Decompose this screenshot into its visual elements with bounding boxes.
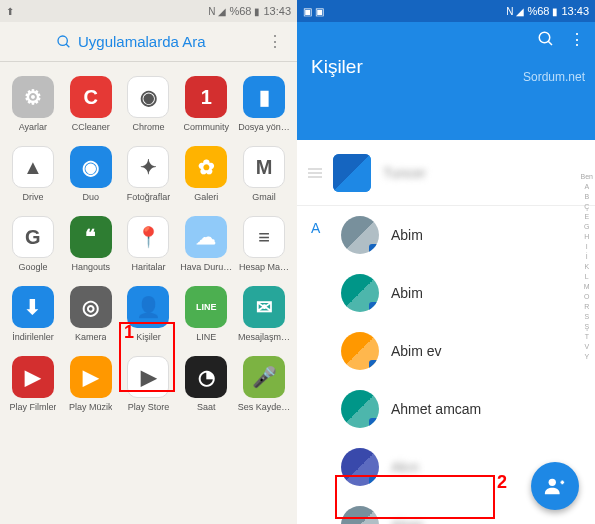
search-icon bbox=[56, 34, 72, 50]
app-playfilmler[interactable]: ▶Play Filmler bbox=[4, 350, 62, 420]
add-contact-fab[interactable] bbox=[531, 462, 579, 510]
index-letter[interactable]: H bbox=[581, 232, 593, 242]
app-kamera[interactable]: ◎Kamera bbox=[62, 280, 120, 350]
index-letter[interactable]: E bbox=[581, 212, 593, 222]
index-letter[interactable]: O bbox=[581, 292, 593, 302]
app-label: Kamera bbox=[75, 332, 107, 342]
app-ccleaner[interactable]: CCCleaner bbox=[62, 70, 120, 140]
app-google[interactable]: GGoogle bbox=[4, 210, 62, 280]
index-letter[interactable]: R bbox=[581, 302, 593, 312]
contact-row[interactable]: GAbim bbox=[297, 264, 595, 322]
pic-icon: ▣ bbox=[303, 6, 312, 17]
overflow-icon[interactable]: ⋮ bbox=[263, 32, 287, 51]
notif-icon: ⬆ bbox=[6, 6, 14, 17]
app-indirilenler[interactable]: ⬇İndirilenler bbox=[4, 280, 62, 350]
index-letter[interactable]: Y bbox=[581, 352, 593, 362]
app-fotoraflar[interactable]: ✦Fotoğraflar bbox=[120, 140, 178, 210]
alpha-index[interactable]: BenABÇEGHIİKLMORSŞTVY bbox=[581, 172, 593, 362]
app-haritalar[interactable]: 📍Haritalar bbox=[120, 210, 178, 280]
app-label: Drive bbox=[22, 192, 43, 202]
app-havaduru[interactable]: ☁Hava Duru… bbox=[177, 210, 235, 280]
app-hesapma[interactable]: ≡Hesap Ma… bbox=[235, 210, 293, 280]
app-label: Google bbox=[18, 262, 47, 272]
app-duo[interactable]: ◉Duo bbox=[62, 140, 120, 210]
app-icon: ≡ bbox=[243, 216, 285, 258]
contact-row[interactable]: GAhmet amcam bbox=[297, 380, 595, 438]
overflow-icon[interactable]: ⋮ bbox=[569, 30, 585, 49]
signal-icon: ◢ bbox=[516, 6, 524, 17]
app-label: Saat bbox=[197, 402, 216, 412]
app-icon: ✿ bbox=[185, 146, 227, 188]
drag-icon bbox=[297, 168, 333, 178]
contacts-screen: ▣ ▣ N ◢ %68 ▮ 13:43 ⋮ Kişiler Sordum.net… bbox=[297, 0, 595, 524]
index-letter[interactable]: B bbox=[581, 192, 593, 202]
contact-avatar: G bbox=[341, 506, 379, 524]
watermark: Sordum.net bbox=[523, 70, 585, 84]
profile-name: Tuncer bbox=[383, 165, 426, 181]
svg-point-0 bbox=[58, 36, 67, 45]
app-mesajlam[interactable]: ✉Mesajlaşm… bbox=[235, 280, 293, 350]
annotation-num-2: 2 bbox=[497, 472, 507, 493]
search-bar[interactable]: Uygulamalarda Ara ⋮ bbox=[0, 22, 297, 62]
app-chrome[interactable]: ◉Chrome bbox=[120, 70, 178, 140]
contact-avatar: G bbox=[341, 390, 379, 428]
app-saat[interactable]: ◔Saat bbox=[177, 350, 235, 420]
index-letter[interactable]: Ben bbox=[581, 172, 593, 182]
app-label: Kişiler bbox=[136, 332, 161, 342]
app-icon: ◉ bbox=[70, 146, 112, 188]
app-label: Ayarlar bbox=[19, 122, 47, 132]
app-line[interactable]: LINELINE bbox=[177, 280, 235, 350]
app-drive[interactable]: ▲Drive bbox=[4, 140, 62, 210]
app-icon: 🎤 bbox=[243, 356, 285, 398]
app-label: Gmail bbox=[252, 192, 276, 202]
app-icon: ◉ bbox=[127, 76, 169, 118]
index-letter[interactable]: M bbox=[581, 282, 593, 292]
index-letter[interactable]: T bbox=[581, 332, 593, 342]
app-label: Fotoğraflar bbox=[127, 192, 171, 202]
index-letter[interactable]: Ş bbox=[581, 322, 593, 332]
app-label: Hesap Ma… bbox=[239, 262, 289, 272]
index-letter[interactable]: K bbox=[581, 262, 593, 272]
index-letter[interactable]: I bbox=[581, 242, 593, 252]
svg-line-1 bbox=[66, 44, 69, 47]
app-dosyayn[interactable]: ▮Dosya yön… bbox=[235, 70, 293, 140]
profile-avatar bbox=[333, 154, 371, 192]
app-hangouts[interactable]: ❝Hangouts bbox=[62, 210, 120, 280]
app-playmzik[interactable]: ▶Play Müzik bbox=[62, 350, 120, 420]
app-grid: ⚙AyarlarCCCleaner◉Chrome1Community▮Dosya… bbox=[0, 62, 297, 420]
contact-avatar: G bbox=[341, 448, 379, 486]
index-letter[interactable]: G bbox=[581, 222, 593, 232]
index-letter[interactable]: L bbox=[581, 272, 593, 282]
profile-row[interactable]: Tuncer bbox=[297, 140, 595, 206]
app-icon: M bbox=[243, 146, 285, 188]
contact-name: Alper bbox=[391, 517, 424, 524]
app-gmail[interactable]: MGmail bbox=[235, 140, 293, 210]
contact-row[interactable]: AGAbim bbox=[297, 206, 595, 264]
index-letter[interactable]: İ bbox=[581, 252, 593, 262]
app-icon: LINE bbox=[185, 286, 227, 328]
status-bar: ▣ ▣ N ◢ %68 ▮ 13:43 bbox=[297, 0, 595, 22]
app-galeri[interactable]: ✿Galeri bbox=[177, 140, 235, 210]
index-letter[interactable]: Ç bbox=[581, 202, 593, 212]
contact-name: Ahmet amcam bbox=[391, 401, 481, 417]
index-letter[interactable]: V bbox=[581, 342, 593, 352]
contacts-header: ⋮ Kişiler Sordum.net bbox=[297, 22, 595, 140]
app-playstore[interactable]: ▶Play Store bbox=[120, 350, 178, 420]
app-community[interactable]: 1Community bbox=[177, 70, 235, 140]
app-ayarlar[interactable]: ⚙Ayarlar bbox=[4, 70, 62, 140]
app-label: Duo bbox=[82, 192, 99, 202]
app-label: Ses Kayde… bbox=[238, 402, 291, 412]
clock: 13:43 bbox=[561, 5, 589, 17]
index-letter[interactable]: S bbox=[581, 312, 593, 322]
app-icon: ◔ bbox=[185, 356, 227, 398]
status-bar: ⬆ N ◢ %68 ▮ 13:43 bbox=[0, 0, 297, 22]
app-seskayde[interactable]: 🎤Ses Kayde… bbox=[235, 350, 293, 420]
contact-row[interactable]: GAbim ev bbox=[297, 322, 595, 380]
pic-icon: ▣ bbox=[315, 6, 324, 17]
app-label: Haritalar bbox=[131, 262, 165, 272]
app-label: Dosya yön… bbox=[238, 122, 290, 132]
index-letter[interactable]: A bbox=[581, 182, 593, 192]
app-icon: ▶ bbox=[12, 356, 54, 398]
search-icon[interactable] bbox=[537, 30, 555, 49]
app-icon: ⚙ bbox=[12, 76, 54, 118]
